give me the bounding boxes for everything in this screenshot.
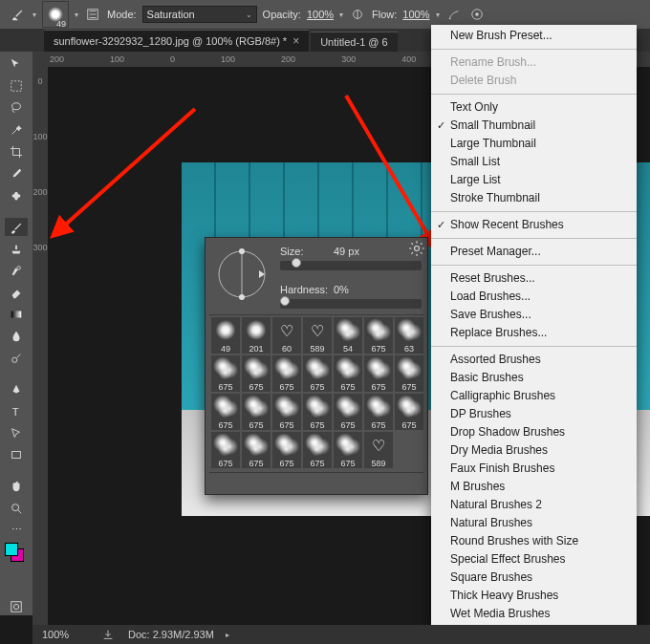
zoom-tool[interactable] bbox=[5, 500, 28, 518]
brush-preset[interactable]: 675 bbox=[303, 432, 332, 468]
blend-mode-select[interactable]: Saturation ⌄ bbox=[142, 6, 257, 23]
brush-preset[interactable]: 675 bbox=[303, 394, 332, 430]
menu-stroke-thumbnail[interactable]: Stroke Thumbnail bbox=[431, 189, 637, 207]
brush-preset[interactable]: 675 bbox=[303, 355, 332, 392]
brush-preset[interactable]: 675 bbox=[395, 394, 423, 430]
magic-wand-tool[interactable] bbox=[5, 121, 28, 140]
opacity-chevron-icon[interactable]: ▾ bbox=[339, 11, 343, 19]
healing-brush-tool[interactable] bbox=[5, 187, 28, 205]
rectangle-tool[interactable] bbox=[5, 446, 28, 464]
brush-preset[interactable]: ♡589 bbox=[364, 432, 393, 468]
brush-preset[interactable]: 675 bbox=[242, 432, 271, 468]
brush-preset[interactable]: 49 bbox=[211, 317, 240, 354]
brush-preset[interactable]: ♡60 bbox=[272, 317, 301, 354]
blur-tool[interactable] bbox=[5, 328, 28, 346]
menu-m-brushes[interactable]: M Brushes bbox=[431, 478, 637, 496]
hand-tool[interactable] bbox=[5, 478, 28, 496]
history-brush-tool[interactable] bbox=[5, 262, 28, 280]
menu-wet-media-brushes[interactable]: Wet Media Brushes bbox=[431, 605, 637, 623]
menu-assorted-brushes[interactable]: Assorted Brushes bbox=[431, 351, 637, 369]
brush-angle-control[interactable] bbox=[211, 244, 272, 305]
brush-preset[interactable]: 675 bbox=[334, 432, 362, 468]
edit-toolbar[interactable]: ⋯ bbox=[5, 521, 28, 539]
pen-tool[interactable] bbox=[5, 380, 28, 398]
foreground-color-swatch[interactable] bbox=[5, 543, 18, 556]
brush-preset[interactable]: 63 bbox=[395, 317, 423, 354]
pressure-size-icon[interactable] bbox=[468, 6, 486, 23]
brush-preset[interactable]: ♡589 bbox=[303, 317, 332, 354]
menu-drop-shadow-brushes[interactable]: Drop Shadow Brushes bbox=[431, 423, 637, 441]
brush-preset[interactable]: 675 bbox=[364, 317, 393, 354]
status-chevron-icon[interactable]: ▸ bbox=[226, 631, 229, 639]
path-selection-tool[interactable] bbox=[5, 424, 28, 442]
brush-preset[interactable]: 675 bbox=[364, 394, 393, 430]
menu-small-thumbnail[interactable]: ✓Small Thumbnail bbox=[431, 117, 637, 135]
quick-mask-toggle[interactable] bbox=[5, 597, 28, 615]
menu-preset-manager[interactable]: Preset Manager... bbox=[431, 243, 637, 261]
menu-reset-brushes[interactable]: Reset Brushes... bbox=[431, 269, 637, 288]
menu-large-thumbnail[interactable]: Large Thumbnail bbox=[431, 135, 637, 153]
menu-thick-heavy-brushes[interactable]: Thick Heavy Brushes bbox=[431, 587, 637, 605]
brush-preset[interactable]: 675 bbox=[272, 432, 301, 468]
hardness-value[interactable]: 0% bbox=[334, 284, 374, 295]
flow-chevron-icon[interactable]: ▾ bbox=[436, 11, 440, 19]
brush-preset-chevron-icon[interactable]: ▾ bbox=[75, 11, 78, 19]
menu-round-brushes-with-size[interactable]: Round Brushes with Size bbox=[431, 532, 637, 550]
menu-replace-brushes[interactable]: Replace Brushes... bbox=[431, 324, 637, 342]
brush-preset[interactable]: 675 bbox=[364, 355, 393, 392]
brush-preset[interactable]: 675 bbox=[334, 355, 362, 392]
hardness-slider[interactable] bbox=[280, 299, 422, 309]
menu-text-only[interactable]: Text Only bbox=[431, 98, 637, 117]
brush-tool[interactable] bbox=[5, 218, 28, 236]
brush-preset[interactable]: 675 bbox=[395, 355, 423, 392]
menu-calligraphic-brushes[interactable]: Calligraphic Brushes bbox=[431, 387, 637, 405]
gradient-tool[interactable] bbox=[5, 306, 28, 324]
menu-natural-brushes[interactable]: Natural Brushes bbox=[431, 514, 637, 532]
brush-preset[interactable]: 54 bbox=[334, 317, 362, 354]
menu-new-brush-preset[interactable]: New Brush Preset... bbox=[431, 27, 637, 45]
menu-small-list[interactable]: Small List bbox=[431, 153, 637, 171]
brush-settings-toggle-icon[interactable] bbox=[84, 6, 101, 23]
brush-preset[interactable]: 201 bbox=[242, 317, 271, 354]
menu-basic-brushes[interactable]: Basic Brushes bbox=[431, 369, 637, 387]
document-tab-1[interactable]: sunflower-3292932_1280.jpg @ 100% (RGB/8… bbox=[44, 30, 309, 52]
clone-stamp-tool[interactable] bbox=[5, 240, 28, 258]
document-tab-2[interactable]: Untitled-1 @ 6 bbox=[311, 32, 397, 52]
brush-preset[interactable]: 675 bbox=[242, 394, 271, 430]
lasso-tool[interactable] bbox=[5, 99, 28, 118]
menu-dp-brushes[interactable]: DP Brushes bbox=[431, 405, 637, 423]
tool-preset-chevron-icon[interactable]: ▾ bbox=[32, 11, 36, 19]
flow-value[interactable]: 100% bbox=[402, 9, 429, 20]
dodge-tool[interactable] bbox=[5, 350, 28, 368]
menu-large-list[interactable]: Large List bbox=[431, 171, 637, 189]
menu-show-recent-brushes[interactable]: ✓Show Recent Brushes bbox=[431, 216, 637, 234]
gear-icon[interactable] bbox=[408, 240, 425, 257]
menu-square-brushes[interactable]: Square Brushes bbox=[431, 569, 637, 587]
export-icon[interactable] bbox=[99, 626, 117, 643]
airbrush-icon[interactable] bbox=[445, 6, 463, 23]
menu-faux-finish-brushes[interactable]: Faux Finish Brushes bbox=[431, 460, 637, 478]
menu-load-brushes[interactable]: Load Brushes... bbox=[431, 288, 637, 306]
color-swatches[interactable] bbox=[5, 543, 28, 565]
brush-preset[interactable]: 675 bbox=[242, 355, 271, 392]
pressure-opacity-icon[interactable] bbox=[349, 6, 366, 23]
brush-preset[interactable]: 675 bbox=[211, 432, 240, 468]
size-value[interactable]: 49 px bbox=[334, 246, 374, 257]
crop-tool[interactable] bbox=[5, 143, 28, 161]
brush-preset[interactable]: 675 bbox=[272, 394, 301, 430]
size-slider[interactable] bbox=[280, 261, 422, 270]
menu-natural-brushes-2[interactable]: Natural Brushes 2 bbox=[431, 496, 637, 514]
zoom-field[interactable]: 100% bbox=[42, 629, 88, 640]
move-tool[interactable] bbox=[5, 55, 28, 74]
menu-special-effect-brushes[interactable]: Special Effect Brushes bbox=[431, 550, 637, 569]
menu-save-brushes[interactable]: Save Brushes... bbox=[431, 306, 637, 324]
brush-preset[interactable]: 675 bbox=[272, 355, 301, 392]
menu-dry-media-brushes[interactable]: Dry Media Brushes bbox=[431, 441, 637, 460]
brush-preset[interactable]: 675 bbox=[211, 355, 240, 392]
brush-preview[interactable]: 49 bbox=[42, 1, 69, 28]
opacity-value[interactable]: 100% bbox=[307, 9, 334, 20]
type-tool[interactable]: T bbox=[5, 402, 28, 420]
close-icon[interactable]: × bbox=[292, 34, 299, 48]
brush-preset[interactable]: 675 bbox=[211, 394, 240, 430]
brush-preset[interactable]: 675 bbox=[334, 394, 362, 430]
